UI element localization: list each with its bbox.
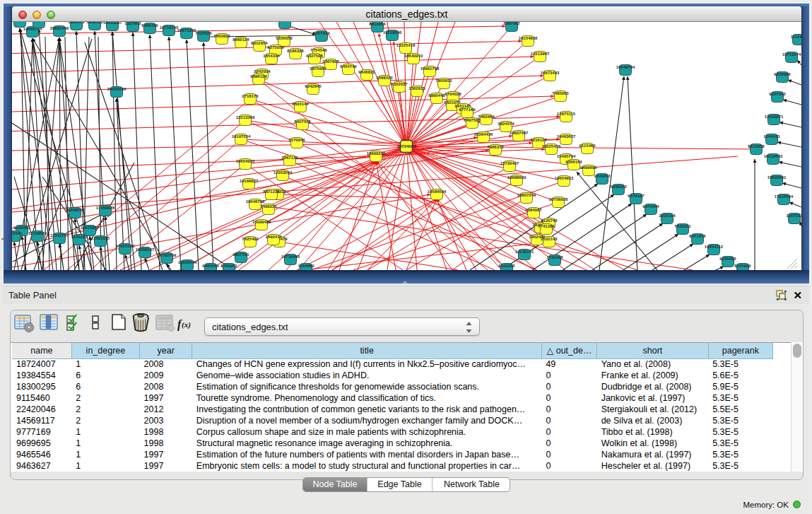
svg-text:2242004: 2242004 (254, 69, 271, 74)
svg-text:11156829: 11156829 (28, 231, 47, 235)
svg-text:3824574: 3824574 (498, 122, 514, 126)
svg-text:19584594: 19584594 (428, 189, 447, 194)
svg-text:15720407: 15720407 (500, 161, 519, 165)
svg-text:1167533: 1167533 (786, 214, 801, 218)
svg-text:9120222: 9120222 (498, 264, 515, 268)
svg-text:2935114: 2935114 (659, 214, 676, 218)
svg-text:8660124: 8660124 (233, 37, 249, 42)
svg-text:1244415: 1244415 (763, 134, 780, 139)
svg-text:10807487: 10807487 (510, 131, 529, 135)
svg-text:7632621: 7632621 (674, 224, 691, 228)
svg-text:3875685: 3875685 (310, 66, 326, 71)
svg-text:8990448: 8990448 (428, 93, 445, 98)
svg-text:8427552: 8427552 (294, 119, 311, 124)
svg-text:19716485: 19716485 (281, 255, 300, 259)
svg-text:9474444: 9474444 (642, 204, 659, 209)
svg-text:9857791: 9857791 (233, 252, 249, 257)
svg-text:8912954: 8912954 (251, 41, 268, 45)
svg-text:6479197: 6479197 (628, 194, 645, 198)
svg-text:19218506: 19218506 (383, 30, 402, 35)
svg-text:9699695: 9699695 (580, 165, 597, 170)
svg-text:9185061: 9185061 (13, 226, 30, 230)
svg-text:7986372: 7986372 (487, 145, 504, 149)
svg-text:10046708: 10046708 (246, 199, 265, 204)
svg-text:9896129: 9896129 (250, 74, 267, 78)
svg-text:10654112: 10654112 (705, 245, 724, 249)
svg-text:1692411: 1692411 (265, 235, 282, 239)
svg-text:12923446: 12923446 (178, 260, 197, 264)
svg-text:9327508: 9327508 (306, 54, 323, 58)
svg-text:8871236: 8871236 (263, 189, 280, 194)
svg-text:10025458: 10025458 (542, 144, 561, 148)
svg-text:1362615: 1362615 (408, 86, 425, 90)
svg-text:18900235: 18900235 (367, 151, 386, 156)
svg-text:1733426: 1733426 (546, 255, 563, 259)
svg-text:8186328: 8186328 (287, 49, 304, 53)
svg-text:1498225: 1498225 (260, 204, 277, 209)
svg-text:1654334: 1654334 (263, 54, 280, 58)
svg-text:1902273: 1902273 (68, 22, 85, 24)
svg-text:16671355: 16671355 (177, 28, 196, 33)
svg-text:12342757: 12342757 (50, 233, 69, 238)
svg-text:7955812: 7955812 (435, 78, 452, 83)
svg-text:19463627: 19463627 (557, 134, 576, 139)
svg-text:12093871: 12093871 (765, 115, 784, 119)
svg-text:9084067: 9084067 (525, 208, 542, 212)
svg-text:13325419: 13325419 (396, 43, 416, 47)
svg-text:19654955: 19654955 (236, 159, 255, 163)
svg-text:1527602: 1527602 (124, 22, 141, 25)
svg-text:9356164: 9356164 (565, 160, 582, 164)
svg-text:17359928: 17359928 (96, 206, 115, 210)
svg-text:12505115: 12505115 (91, 236, 110, 240)
svg-text:20364436: 20364436 (474, 132, 493, 136)
svg-text:14136141: 14136141 (515, 250, 534, 254)
svg-text:9242845: 9242845 (305, 84, 322, 88)
svg-text:8454749: 8454749 (340, 64, 357, 69)
svg-text:20053346: 20053346 (107, 87, 126, 91)
svg-text:2087682: 2087682 (503, 22, 520, 25)
svg-text:16648784: 16648784 (616, 65, 635, 69)
svg-text:16033809: 16033809 (276, 22, 295, 23)
svg-text:9227343: 9227343 (769, 92, 786, 96)
svg-text:8125990: 8125990 (734, 264, 751, 268)
svg-text:15751074: 15751074 (782, 52, 801, 57)
svg-text:8120746: 8120746 (541, 218, 558, 223)
svg-text:1588520: 1588520 (376, 76, 393, 80)
svg-text:15495794: 15495794 (557, 154, 576, 158)
svg-text:12975115: 12975115 (557, 112, 576, 116)
svg-text:(x): (x) (182, 320, 191, 329)
svg-text:9245652: 9245652 (719, 257, 736, 261)
svg-text:10688609: 10688609 (507, 175, 526, 180)
svg-text:5226058: 5226058 (276, 36, 293, 40)
svg-text:7741286: 7741286 (538, 224, 555, 228)
svg-text:6216127: 6216127 (530, 138, 547, 142)
svg-text:9115460: 9115460 (579, 144, 596, 148)
svg-text:10653287: 10653287 (103, 22, 122, 25)
svg-text:20206556: 20206556 (66, 208, 85, 212)
svg-text:5938923: 5938923 (610, 185, 627, 189)
svg-text:1112480: 1112480 (791, 35, 801, 39)
svg-text:7485063: 7485063 (552, 91, 569, 95)
svg-text:7625402: 7625402 (242, 237, 259, 241)
svg-text:16782759: 16782759 (158, 253, 177, 257)
svg-text:19166827: 19166827 (240, 179, 259, 183)
svg-text:7663822: 7663822 (213, 34, 230, 38)
svg-text:16210643: 16210643 (764, 154, 783, 158)
svg-text:8471676: 8471676 (689, 234, 706, 238)
svg-text:9777169: 9777169 (459, 107, 476, 112)
svg-text:8813054: 8813054 (369, 22, 386, 26)
svg-text:6794028: 6794028 (445, 92, 461, 96)
svg-text:15692901: 15692901 (767, 175, 787, 180)
svg-text:16107554: 16107554 (232, 134, 251, 139)
svg-text:1069133: 1069133 (86, 22, 103, 24)
svg-text:7357224: 7357224 (313, 31, 330, 35)
svg-text:10975887: 10975887 (81, 226, 100, 230)
svg-text:1184580: 1184580 (298, 264, 314, 268)
svg-text:17957223: 17957223 (116, 244, 135, 248)
svg-text:2522143: 2522143 (541, 237, 558, 241)
svg-text:7462664: 7462664 (478, 115, 495, 119)
svg-text:17016504: 17016504 (775, 194, 794, 199)
svg-text:10719155: 10719155 (160, 25, 179, 30)
svg-text:15099489: 15099489 (252, 220, 271, 224)
svg-text:19654923: 19654923 (555, 176, 574, 180)
